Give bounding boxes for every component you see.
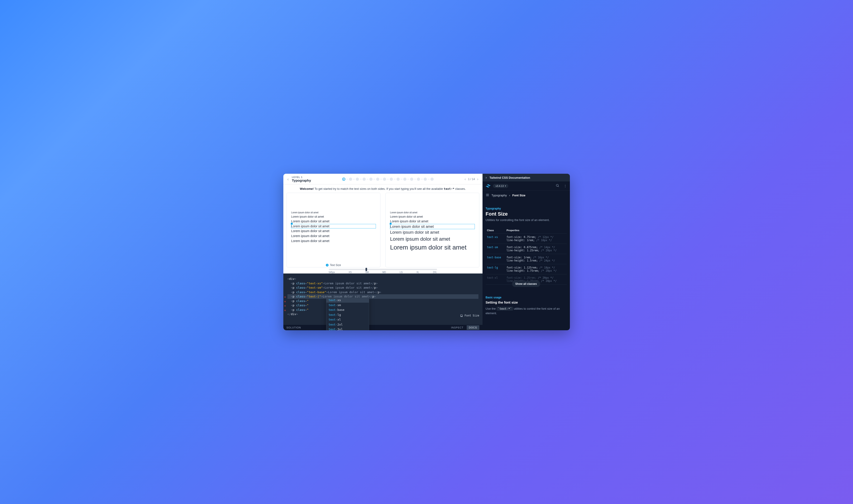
slider-track[interactable]	[329, 269, 437, 270]
section-label: Basic usage	[486, 296, 567, 299]
autocomplete-popup[interactable]: text-xs text-sm text-base text-lg text-x…	[326, 298, 369, 330]
crumb-page: Font Size	[512, 194, 526, 197]
welcome-text-b: classes.	[455, 187, 466, 191]
docs-body[interactable]: Typography Font Size Utilities for contr…	[482, 200, 570, 330]
autocomplete-item[interactable]: text-3xl	[326, 327, 369, 330]
slider-label: 2XL	[433, 271, 437, 273]
slider-label: SM	[365, 271, 369, 273]
play-icon	[326, 264, 328, 267]
more-icon[interactable]: ⋮	[564, 184, 567, 187]
step-dot-9[interactable]	[396, 178, 400, 181]
autocomplete-item[interactable]: text-xs	[326, 298, 369, 303]
chevron-down-icon: ▾	[505, 185, 506, 187]
step-nav: ‹ 1 / 14 ›	[465, 177, 478, 181]
page-subtitle: Utilities for controlling the font size …	[486, 218, 567, 222]
code-badge-text: Font Size	[464, 313, 479, 318]
slider-label: XL	[416, 271, 419, 273]
step-dot-4[interactable]	[362, 178, 366, 181]
menu-icon[interactable]	[486, 193, 489, 197]
class-props: font-size: 0.75rem; /* 12px */line-heigh…	[505, 234, 567, 244]
user-line: Lorem ipsum dolor sit amet	[291, 239, 376, 243]
step-dot-2[interactable]	[349, 178, 352, 181]
level-block: LEVEL 1 Typography	[292, 176, 311, 182]
target-panel: Lorem ipsum dolor sit amet Lorem ipsum d…	[386, 193, 479, 267]
panel-label-text: Text Size	[330, 264, 341, 267]
user-line: Lorem ipsum dolor sit amet	[291, 211, 376, 214]
chevron-right-icon: ›	[509, 194, 510, 197]
step-dot-13[interactable]	[424, 178, 427, 181]
docs-collapse[interactable]: ›	[486, 176, 487, 180]
step-prev[interactable]: ‹	[465, 177, 466, 181]
book-icon	[460, 314, 463, 317]
user-line: Lorem ipsum dolor sit amet	[291, 229, 376, 233]
welcome-bold: Welcome!	[300, 187, 314, 191]
autocomplete-item[interactable]: text-2xl	[326, 322, 369, 327]
left-pane: ‹ LEVEL 1 Typography	[283, 174, 482, 330]
panel-label[interactable]: Text Size	[325, 263, 342, 267]
step-dot-8[interactable]	[390, 178, 393, 181]
back-button[interactable]: ‹	[287, 177, 289, 182]
version-label: v3.4.13	[496, 185, 504, 187]
docs-header: › Tailwind CSS Documentation	[482, 174, 570, 181]
section-heading: Setting the font size	[486, 301, 567, 304]
class-name: text-xs	[486, 234, 505, 244]
step-next[interactable]: ›	[477, 177, 478, 181]
step-dot-7[interactable]	[383, 178, 386, 181]
class-name: text-xl	[486, 274, 505, 285]
solution-button[interactable]: SOLUTION	[286, 326, 301, 329]
class-props: font-size: 1.125rem; /* 18px */line-heig…	[505, 264, 567, 274]
preview-panels: Lorem ipsum dolor sit amet Lorem ipsum d…	[283, 193, 482, 267]
slider-labels: 545px XS SM MD LG XL 2XL	[329, 271, 437, 273]
slider-thumb[interactable]	[366, 268, 367, 271]
step-dot-6[interactable]	[376, 178, 379, 181]
welcome-code: text-*	[444, 187, 455, 191]
inspect-tab[interactable]: INSPECT	[449, 325, 466, 330]
table-row: text-basefont-size: 1rem; /* 16px */line…	[486, 254, 567, 264]
class-name: text-sm	[486, 244, 505, 254]
crumb-category[interactable]: Typography	[492, 194, 507, 197]
step-dot-11[interactable]	[410, 178, 413, 181]
step-count: 1 / 14	[468, 178, 475, 181]
class-props: font-size: 1rem; /* 16px */line-height: …	[505, 254, 567, 264]
user-line: Lorem ipsum dolor sit amet	[291, 219, 376, 223]
step-dot-10[interactable]	[403, 178, 407, 181]
docs-toolbar: v3.4.13 ▾ ⋮	[482, 181, 570, 191]
slider-label: LG	[400, 271, 403, 273]
autocomplete-item[interactable]: text-lg	[326, 312, 369, 317]
docs-tab[interactable]: DOCS	[467, 325, 479, 330]
step-dot-1[interactable]	[342, 178, 345, 181]
autocomplete-item[interactable]: text-sm	[326, 303, 369, 308]
user-panel: Lorem ipsum dolor sit amet Lorem ipsum d…	[286, 193, 380, 267]
code-hint-badge[interactable]: Font Size	[460, 313, 479, 318]
level-title: Typography	[292, 179, 311, 182]
category-label: Typography	[486, 207, 567, 210]
code-editor[interactable]: <div> <p class="text-xs">Lorem ipsum dol…	[283, 273, 482, 325]
show-all-button[interactable]: Show all classes	[512, 281, 540, 287]
topbar: ‹ LEVEL 1 Typography	[283, 174, 482, 184]
tailwind-logo-icon	[486, 184, 491, 187]
breakpoint-slider: 545px XS SM MD LG XL 2XL	[283, 267, 482, 273]
bottom-bar: SOLUTION INSPECT DOCS	[283, 325, 482, 330]
table-row: text-xsfont-size: 0.75rem; /* 12px */lin…	[486, 234, 567, 244]
autocomplete-item[interactable]: text-xl	[326, 317, 369, 322]
user-line: Lorem ipsum dolor sit amet	[291, 234, 376, 238]
level-label: LEVEL 1	[292, 176, 311, 179]
user-line: Lorem ipsum dolor sit amet	[291, 215, 376, 218]
slider-label: 545px	[329, 271, 335, 273]
section-paragraph: Use the `text-*` utilities to control th…	[486, 307, 567, 315]
step-dot-14[interactable]	[430, 178, 433, 181]
class-table: Class Properties text-xsfont-size: 0.75r…	[486, 227, 567, 285]
autocomplete-item[interactable]: text-base	[326, 307, 369, 312]
step-dot-3[interactable]	[356, 178, 359, 181]
welcome-text-a: To get started try to match the text siz…	[314, 187, 444, 191]
target-line: Lorem ipsum dolor sit amet	[390, 219, 475, 223]
target-line: Lorem ipsum dolor sit amet	[390, 230, 475, 235]
breadcrumb: Typography › Font Size	[482, 191, 570, 200]
table-row: text-lgfont-size: 1.125rem; /* 18px */li…	[486, 264, 567, 274]
version-selector[interactable]: v3.4.13 ▾	[493, 184, 508, 188]
step-dot-12[interactable]	[417, 178, 420, 181]
docs-title: Tailwind CSS Documentation	[490, 176, 530, 179]
step-dot-5[interactable]	[369, 178, 373, 181]
table-row: text-smfont-size: 0.875rem; /* 14px */li…	[486, 244, 567, 254]
search-icon[interactable]	[556, 184, 559, 188]
